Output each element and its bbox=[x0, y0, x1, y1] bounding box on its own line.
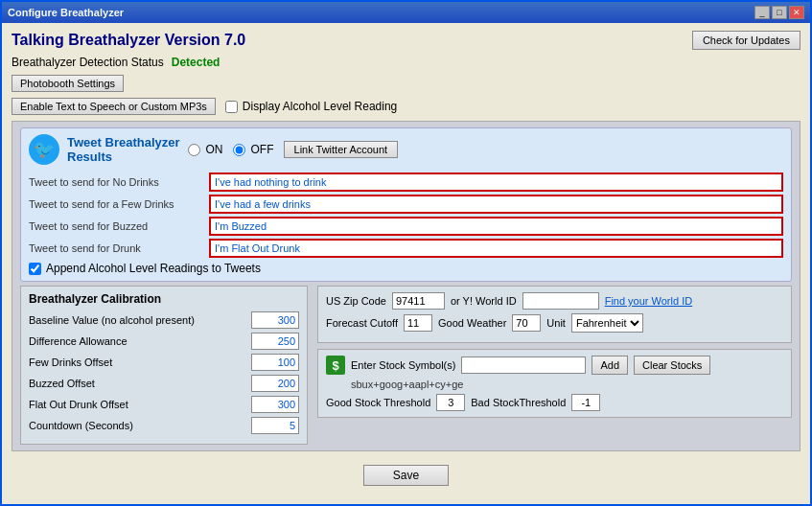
right-panels: US Zip Code or Y! World ID Find your Wor… bbox=[317, 286, 792, 445]
twitter-title-line1: Tweet Breathalyzer bbox=[67, 135, 180, 150]
tweet-drunk-label: Tweet to send for Drunk bbox=[29, 242, 201, 254]
tweet-buzzed-row: Tweet to send for Buzzed bbox=[29, 217, 783, 236]
twitter-panel: 🐦 Tweet Breathalyzer Results ON OFF bbox=[20, 127, 792, 282]
tweet-no-drinks-label: Tweet to send for No Drinks bbox=[29, 176, 201, 188]
main-window: Configure Breathalyzer _ □ ✕ Talking Bre… bbox=[0, 0, 812, 506]
tweet-few-drinks-input[interactable] bbox=[209, 195, 783, 214]
good-threshold-input[interactable] bbox=[436, 394, 465, 411]
good-weather-input[interactable] bbox=[512, 314, 541, 332]
append-label: Append Alcohol Level Readings to Tweets bbox=[46, 262, 261, 275]
detected-status: Detected bbox=[172, 56, 220, 69]
good-threshold-label: Good Stock Threshold bbox=[326, 397, 430, 408]
zip-input[interactable] bbox=[392, 292, 445, 310]
close-button[interactable]: ✕ bbox=[789, 6, 804, 19]
twitter-on-radio[interactable] bbox=[188, 144, 200, 156]
window-title: Configure Breathalyzer bbox=[8, 7, 124, 18]
bottom-panels: Breathalyzer Calibration Baseline Value … bbox=[20, 286, 792, 445]
photobooth-button[interactable]: Photobooth Settings bbox=[12, 75, 124, 92]
stock-symbols-list: sbux+goog+aapl+cy+ge bbox=[351, 379, 783, 390]
twitter-header: 🐦 Tweet Breathalyzer Results ON OFF bbox=[29, 134, 783, 165]
tweet-fields: Tweet to send for No Drinks Tweet to sen… bbox=[29, 172, 783, 258]
add-stock-button[interactable]: Add bbox=[592, 356, 628, 375]
minimize-button[interactable]: _ bbox=[754, 6, 770, 19]
clear-stocks-button[interactable]: Clear Stocks bbox=[634, 356, 710, 375]
header-row: Talking Breathalyzer Version 7.0 Check f… bbox=[12, 31, 800, 50]
display-alcohol-row: Display Alcohol Level Reading bbox=[225, 100, 397, 113]
calib-input-1[interactable] bbox=[251, 333, 299, 350]
find-world-id-link[interactable]: Find your World ID bbox=[605, 295, 693, 307]
calib-row-1: Difference Allowance bbox=[29, 333, 299, 350]
calib-label-4: Flat Out Drunk Offset bbox=[29, 399, 251, 410]
off-radio-group: OFF bbox=[233, 143, 274, 156]
tweet-buzzed-label: Tweet to send for Buzzed bbox=[29, 220, 201, 232]
twitter-off-label: OFF bbox=[251, 143, 274, 156]
weather-panel: US Zip Code or Y! World ID Find your Wor… bbox=[317, 286, 792, 343]
detection-row: Breathalyzer Detection Status Detected bbox=[12, 56, 800, 69]
stock-header: $ Enter Stock Symbol(s) Add Clear Stocks bbox=[326, 356, 783, 375]
stock-threshold-row: Good Stock Threshold Bad StockThreshold bbox=[326, 394, 783, 411]
twitter-off-radio[interactable] bbox=[233, 144, 245, 156]
twitter-logo-icon: 🐦 bbox=[29, 134, 59, 165]
tts-row: Enable Text to Speech or Custom MP3s Dis… bbox=[12, 98, 800, 115]
dollar-icon: $ bbox=[326, 356, 345, 375]
tweet-buzzed-input[interactable] bbox=[209, 217, 783, 236]
calib-input-3[interactable] bbox=[251, 375, 299, 392]
weather-row-1: US Zip Code or Y! World ID Find your Wor… bbox=[326, 292, 783, 310]
calib-input-5[interactable] bbox=[251, 417, 299, 434]
calib-label-0: Baseline Value (no alcohol present) bbox=[29, 314, 251, 326]
calib-label-1: Difference Allowance bbox=[29, 335, 251, 347]
append-row: Append Alcohol Level Readings to Tweets bbox=[29, 262, 783, 275]
calib-label-5: Countdown (Seconds) bbox=[29, 420, 251, 431]
calib-row-2: Few Drinks Offset bbox=[29, 354, 299, 371]
calibration-title: Breathalyzer Calibration bbox=[29, 292, 299, 306]
or-label: or Y! World ID bbox=[451, 295, 517, 307]
check-updates-button[interactable]: Check for Updates bbox=[692, 31, 800, 50]
twitter-on-label: ON bbox=[206, 143, 223, 156]
link-twitter-button[interactable]: Link Twitter Account bbox=[284, 141, 399, 158]
unit-select[interactable]: Fahrenheit Celsius bbox=[571, 313, 643, 333]
app-title: Talking Breathalyzer Version 7.0 bbox=[12, 32, 245, 49]
calib-input-0[interactable] bbox=[251, 311, 299, 329]
good-weather-label: Good Weather bbox=[438, 317, 506, 329]
forecast-input[interactable] bbox=[404, 314, 432, 332]
save-button[interactable]: Save bbox=[363, 465, 449, 486]
twitter-controls: ON OFF Link Twitter Account bbox=[188, 141, 399, 158]
tweet-drunk-row: Tweet to send for Drunk bbox=[29, 239, 783, 258]
detection-label: Breathalyzer Detection Status bbox=[12, 56, 164, 69]
stock-symbol-label: Enter Stock Symbol(s) bbox=[351, 359, 455, 371]
world-id-input[interactable] bbox=[522, 292, 599, 310]
calib-row-5: Countdown (Seconds) bbox=[29, 417, 299, 434]
calib-label-3: Buzzed Offset bbox=[29, 378, 251, 389]
stock-symbol-input[interactable] bbox=[461, 356, 586, 374]
calib-input-2[interactable] bbox=[251, 354, 299, 371]
calib-row-4: Flat Out Drunk Offset bbox=[29, 396, 299, 413]
tts-button[interactable]: Enable Text to Speech or Custom MP3s bbox=[12, 98, 216, 115]
tweet-few-drinks-label: Tweet to send for a Few Drinks bbox=[29, 198, 201, 210]
calib-input-4[interactable] bbox=[251, 396, 299, 413]
window-controls: _ □ ✕ bbox=[754, 6, 804, 19]
content-area: Talking Breathalyzer Version 7.0 Check f… bbox=[2, 23, 810, 504]
tweet-no-drinks-input[interactable] bbox=[209, 172, 783, 192]
unit-label: Unit bbox=[546, 317, 566, 329]
save-row: Save bbox=[12, 461, 800, 490]
tweet-few-drinks-row: Tweet to send for a Few Drinks bbox=[29, 195, 783, 214]
photobooth-row: Photobooth Settings bbox=[12, 75, 800, 92]
main-content-area: 🐦 Tweet Breathalyzer Results ON OFF bbox=[12, 121, 800, 451]
calibration-panel: Breathalyzer Calibration Baseline Value … bbox=[20, 286, 308, 445]
tweet-no-drinks-row: Tweet to send for No Drinks bbox=[29, 172, 783, 192]
zip-label: US Zip Code bbox=[326, 295, 386, 307]
calib-label-2: Few Drinks Offset bbox=[29, 356, 251, 368]
maximize-button[interactable]: □ bbox=[772, 6, 787, 19]
on-radio-group: ON bbox=[188, 143, 223, 156]
title-bar: Configure Breathalyzer _ □ ✕ bbox=[2, 2, 810, 23]
display-alcohol-checkbox[interactable] bbox=[225, 101, 238, 113]
stock-panel: $ Enter Stock Symbol(s) Add Clear Stocks… bbox=[317, 349, 792, 418]
twitter-title-line2: Results bbox=[67, 150, 180, 164]
bad-threshold-input[interactable] bbox=[571, 394, 600, 411]
bad-threshold-label: Bad StockThreshold bbox=[471, 397, 566, 408]
weather-row-2: Forecast Cutoff Good Weather Unit Fahren… bbox=[326, 313, 783, 333]
calib-row-0: Baseline Value (no alcohol present) bbox=[29, 311, 299, 329]
tweet-drunk-input[interactable] bbox=[209, 239, 783, 258]
append-checkbox[interactable] bbox=[29, 263, 41, 275]
display-alcohol-label: Display Alcohol Level Reading bbox=[243, 100, 397, 113]
